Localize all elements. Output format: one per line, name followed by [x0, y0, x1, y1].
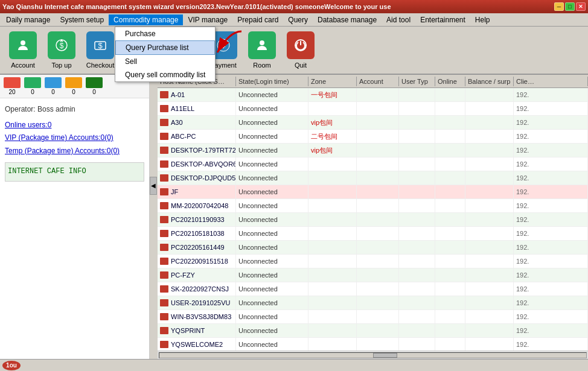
account-button[interactable]: Account — [5, 29, 41, 71]
horizontal-scrollbar[interactable] — [158, 350, 588, 359]
host-status-icon — [160, 202, 168, 209]
host-name-text: PC2022009151518 — [171, 258, 228, 265]
checkout-button[interactable]: $ Checkout — [82, 29, 118, 71]
table-row[interactable]: PC202101190933 Unconnected 192. — [158, 213, 588, 227]
dropdown-purchase[interactable]: Purchase — [115, 27, 215, 40]
td-online — [435, 268, 465, 282]
td-zone — [308, 296, 357, 309]
td-client: 192. — [514, 171, 588, 185]
quit-button[interactable]: Quit — [283, 29, 319, 71]
minimize-button[interactable]: ─ — [554, 2, 564, 11]
table-row[interactable]: DESKTOP-179TRT72 Unconnected vip包间 192. — [158, 144, 588, 157]
menu-query[interactable]: Query — [283, 14, 313, 25]
td-account — [357, 157, 399, 171]
online-users-link[interactable]: Online users:0 — [5, 121, 51, 129]
host-name-text: DESKTOP-ABVQOR6 — [171, 160, 236, 168]
dropdown-query-sell[interactable]: Query sell commodity list — [115, 68, 215, 81]
table-row[interactable]: SK-20220927CNSJ Unconnected 192. — [158, 282, 588, 296]
hscroll-track[interactable] — [159, 352, 587, 358]
td-usertype — [399, 185, 435, 198]
td-client: 192. — [514, 116, 588, 129]
table-row[interactable]: WIN-B3VS8J8DM83 Unconnected 192. — [158, 310, 588, 324]
td-account — [357, 268, 399, 282]
temp-accounts-link[interactable]: Temp (Package time) Accounts:0(0) — [5, 147, 120, 155]
td-state: Unconnected — [236, 199, 308, 212]
dropdown-query-purchase[interactable]: Query Purchase list — [115, 40, 215, 55]
menu-system[interactable]: System setup — [55, 14, 109, 25]
host-status-icon — [160, 341, 168, 348]
table-row[interactable]: USER-20191025VU Unconnected 192. — [158, 296, 588, 310]
td-zone — [308, 157, 357, 171]
th-usertype: User Typ — [399, 77, 435, 86]
td-zone — [308, 268, 357, 282]
host-name-text: A11ELL — [171, 105, 194, 112]
table-row[interactable]: YQSWELCOME2 Unconnected 192. — [158, 338, 588, 352]
td-account — [357, 241, 399, 254]
td-zone — [308, 227, 357, 240]
table-row[interactable]: PC2022009151518 Unconnected 192. — [158, 255, 588, 268]
td-zone — [308, 282, 357, 296]
td-client: 192. — [514, 144, 588, 157]
menu-entertainment[interactable]: Entertainment — [415, 14, 470, 25]
table-row[interactable]: A30 Unconnected vip包间 192. — [158, 116, 588, 130]
floor-indicator[interactable]: 1ou — [2, 361, 21, 370]
hscroll-thumb[interactable] — [373, 353, 397, 358]
td-online — [435, 102, 465, 115]
collapse-sidebar-button[interactable]: ◀ — [150, 177, 157, 195]
table-row[interactable]: A11ELL Unconnected 192. — [158, 102, 588, 116]
table-row[interactable]: PC-FZY Unconnected 192. — [158, 268, 588, 282]
host-name-text: WIN-B3VS8J8DM83 — [171, 313, 231, 320]
maximize-button[interactable]: □ — [565, 2, 575, 11]
table-row[interactable]: DESKTOP-ABVQOR6 Unconnected 192. — [158, 157, 588, 171]
td-balance — [465, 213, 514, 226]
checkout-icon: $ — [86, 31, 114, 59]
table-row[interactable]: YQSPRINT Unconnected 192. — [158, 324, 588, 338]
td-usertype — [399, 102, 435, 115]
operator-label: Operator: Boss admin — [5, 103, 144, 116]
menu-help[interactable]: Help — [470, 14, 495, 25]
table-row[interactable]: PC202205161449 Unconnected 192. — [158, 241, 588, 255]
td-state: Unconnected — [236, 324, 308, 337]
td-online — [435, 296, 465, 309]
host-status-icon — [160, 160, 168, 168]
table-row[interactable]: DESKTOP-DJPQUD5 Unconnected 192. — [158, 171, 588, 185]
room-button[interactable]: Room — [244, 29, 280, 71]
td-online — [435, 88, 465, 101]
menu-daily[interactable]: Daily manage — [1, 14, 55, 25]
td-usertype — [399, 310, 435, 323]
counter-red: 20 — [4, 77, 21, 95]
host-name-text: PC202205161449 — [171, 244, 225, 251]
td-client: 192. — [514, 255, 588, 268]
menu-database[interactable]: Database manage — [313, 14, 382, 25]
topup-button[interactable]: $ Top up — [43, 29, 80, 71]
td-zone — [308, 213, 357, 226]
table-row[interactable]: MM-202007042048 Unconnected 192. — [158, 199, 588, 213]
th-balance: Balance / surp — [465, 77, 514, 86]
td-balance — [465, 144, 514, 157]
td-balance — [465, 116, 514, 129]
td-account — [357, 130, 399, 143]
menu-commodity[interactable]: Commodity manage — [109, 14, 183, 25]
close-button[interactable]: ✕ — [576, 2, 586, 11]
td-hostname: PC202105181038 — [158, 227, 236, 240]
td-hostname: MM-202007042048 — [158, 199, 236, 212]
table-row[interactable]: ABC-PC Unconnected 二号包间 192. — [158, 130, 588, 144]
th-client: Clie… — [514, 77, 588, 86]
td-online — [435, 185, 465, 198]
td-zone — [308, 185, 357, 198]
menu-vip[interactable]: VIP manage — [183, 14, 232, 25]
table-row[interactable]: PC202105181038 Unconnected 192. — [158, 227, 588, 241]
menu-prepaid[interactable]: Prepaid card — [232, 14, 283, 25]
td-account — [357, 324, 399, 337]
menu-aid[interactable]: Aid tool — [382, 14, 415, 25]
host-status-icon — [160, 244, 168, 251]
vip-accounts-link[interactable]: VIP (Package time) Accounts:0(0) — [5, 133, 113, 142]
td-zone: vip包间 — [308, 116, 357, 129]
dropdown-sell[interactable]: Sell — [115, 55, 215, 68]
titlebar-controls: ─ □ ✕ — [554, 2, 586, 11]
table-row[interactable]: A-01 Unconnected 一号包间 192. — [158, 88, 588, 102]
table-row[interactable]: JF Unconnected 192. — [158, 185, 588, 199]
td-hostname: DESKTOP-ABVQOR6 — [158, 157, 236, 171]
td-online — [435, 116, 465, 129]
host-name-text: MM-202007042048 — [171, 202, 228, 209]
